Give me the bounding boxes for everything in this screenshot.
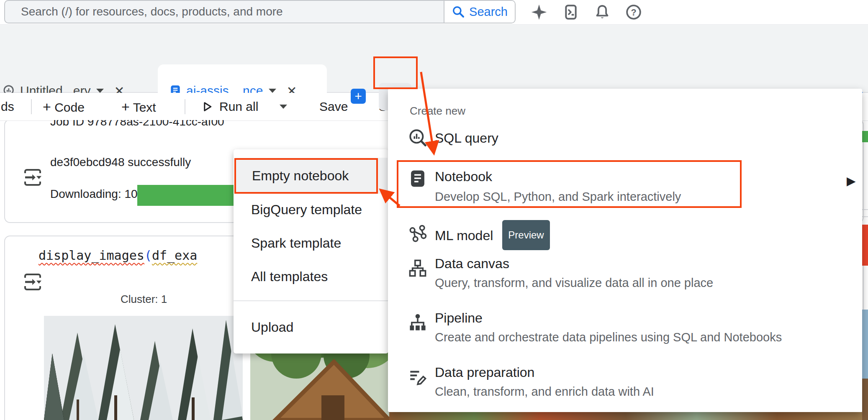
ml-model-icon <box>408 224 427 243</box>
cell-actions-icon[interactable] <box>22 166 44 188</box>
new-tab-button[interactable]: + <box>351 89 366 104</box>
menu-item-data-canvas[interactable]: Data canvas Query, transform, and visual… <box>388 256 862 300</box>
menu-item-all-templates[interactable]: All templates <box>234 266 388 287</box>
menu-item-label: Upload <box>234 320 293 335</box>
cloud-shell-icon[interactable] <box>562 4 579 20</box>
menu-item-label: Data preparation <box>435 365 534 380</box>
menu-item-label: BigQuery template <box>234 202 362 217</box>
toolbar-clipped-text: ds <box>1 93 14 120</box>
search-icon <box>452 5 465 18</box>
plus-icon: + <box>354 89 362 103</box>
download-progress-bar <box>137 185 247 206</box>
sky-photo-sliver <box>862 310 868 379</box>
tab-menu-caret-icon[interactable] <box>96 89 104 93</box>
menu-item-label: Spark template <box>234 236 341 251</box>
menu-item-sql-query[interactable]: SQL query <box>388 125 862 151</box>
submenu-expand-icon[interactable]: ▶ <box>847 174 856 188</box>
search-input[interactable]: Search (/) for resources, docs, products… <box>5 1 444 23</box>
menu-item-label: Pipeline <box>435 310 483 326</box>
save-button[interactable]: Save <box>319 93 348 120</box>
menu-item-spark-template[interactable]: Spark template <box>234 233 388 253</box>
add-text-label: Text <box>133 100 156 114</box>
output-image-snowy-forest <box>44 316 243 420</box>
top-search-bar: Search (/) for resources, docs, products… <box>0 0 868 25</box>
success-output-line: de3f0ebcd948 successfully <box>50 156 191 169</box>
menu-item-ml-model[interactable]: ML modelPreview <box>388 222 862 247</box>
svg-text:?: ? <box>631 7 636 18</box>
sql-query-icon <box>408 128 427 147</box>
divider-sliver <box>862 216 868 217</box>
menu-item-description: Create and orchestrate data pipelines us… <box>435 330 782 344</box>
notifications-bell-icon[interactable] <box>594 4 611 20</box>
output-images-strip <box>389 412 862 420</box>
gemini-sparkle-icon[interactable] <box>531 4 547 20</box>
add-code-label: Code <box>54 100 85 114</box>
code-line[interactable]: display_images(df_exa <box>39 248 197 263</box>
menu-item-description: Clean, transform, and enrich data with A… <box>435 385 654 399</box>
plus-icon: + <box>43 99 51 115</box>
pipeline-icon <box>408 313 427 332</box>
run-all-caret-icon[interactable] <box>280 105 287 109</box>
create-new-menu: Create new SQL query Notebook Develop SQ… <box>388 89 862 412</box>
menu-item-description: Query, transform, and visualize data all… <box>435 276 713 290</box>
menu-item-upload[interactable]: Upload <box>234 315 388 339</box>
tree-photo-sliver <box>862 379 868 420</box>
toolbar-divider <box>31 99 32 114</box>
help-icon[interactable]: ? <box>625 4 642 20</box>
menu-header: Create new <box>410 105 465 118</box>
menu-item-label: Data canvas <box>435 256 509 271</box>
menu-divider <box>234 300 388 301</box>
ml-model-label: ML model <box>435 228 493 243</box>
search-box: Search (/) for resources, docs, products… <box>4 0 516 23</box>
menu-item-bigquery-template[interactable]: BigQuery template <box>234 200 388 220</box>
progress-sliver <box>862 131 868 142</box>
run-all-button[interactable]: Run all <box>219 93 258 120</box>
tab-bar: Untitled...ery ✕ ai-assis... nce ✕ + <box>0 24 868 93</box>
code-paren: ( <box>144 248 152 263</box>
plus-icon: + <box>121 99 130 115</box>
menu-item-data-preparation[interactable]: Data preparation Clean, transform, and e… <box>388 365 862 408</box>
red-output-sliver <box>862 225 868 266</box>
bigquery-studio-screen: Search (/) for resources, docs, products… <box>0 0 868 420</box>
annotation-box-notebook <box>397 160 742 208</box>
search-button[interactable]: Search <box>444 1 515 23</box>
menu-item-label: ML modelPreview <box>435 222 550 252</box>
data-preparation-icon <box>408 367 427 387</box>
add-text-button[interactable]: + Text <box>121 93 156 120</box>
annotation-box-empty-notebook <box>234 158 378 194</box>
tab-menu-caret-icon[interactable] <box>269 89 276 93</box>
preview-badge: Preview <box>502 220 550 250</box>
code-function-name: display_images <box>39 248 144 263</box>
job-id-output-clipped: Job ID 978778as-2100-41cc-af00 <box>50 120 301 129</box>
add-code-button[interactable]: + Code <box>43 93 85 120</box>
menu-item-pipeline[interactable]: Pipeline Create and orchestrate data pip… <box>388 310 862 354</box>
search-button-label: Search <box>469 5 508 19</box>
cell-actions-icon[interactable] <box>22 271 44 293</box>
data-canvas-icon <box>408 259 427 278</box>
cluster-label: Cluster: 1 <box>121 293 167 306</box>
menu-item-label: SQL query <box>435 125 498 151</box>
annotation-box-dropdown <box>373 56 418 89</box>
divider-sliver <box>862 209 868 210</box>
menu-item-label: All templates <box>234 269 328 284</box>
toolbar-divider <box>185 99 185 114</box>
code-argument: df_exa <box>152 248 197 263</box>
run-all-icon <box>201 100 213 113</box>
